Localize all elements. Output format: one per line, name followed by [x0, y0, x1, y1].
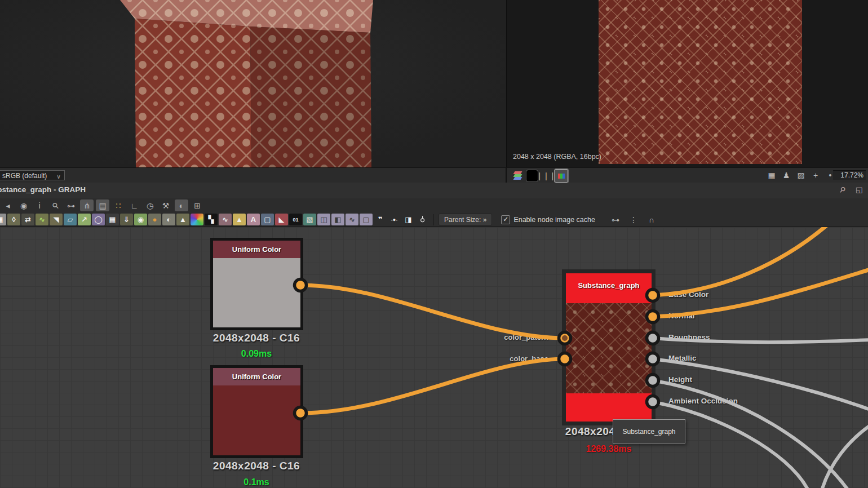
pin-icon[interactable]: ⚲	[416, 214, 429, 225]
node-compute-time: 1269.38ms	[547, 444, 671, 454]
warp-node-icon[interactable]: ◥	[50, 214, 63, 225]
history-back-icon[interactable]: ◂	[1, 199, 15, 211]
svg-select-node-icon[interactable]: ▢	[261, 214, 274, 225]
channel-layers-icon[interactable]	[512, 170, 524, 182]
information-icon[interactable]: i	[33, 199, 46, 211]
node-palette-icons: ▦◊⇄∿◥▱↗◯▦⇓◉●◐▲▚∿▲A▢◣01▧◫◧∿▢❞-●-◨⚲	[0, 214, 429, 225]
slope-blur-node-icon[interactable]: ↗	[78, 214, 91, 225]
wrench-tools-icon[interactable]: ⚒	[159, 199, 172, 211]
node-title: Uniform Color	[213, 241, 300, 258]
tooltip: Substance_graph	[613, 419, 685, 443]
toolbar-separator	[433, 214, 434, 225]
shape-node-icon[interactable]: ◯	[92, 214, 105, 225]
panel-divider	[506, 168, 507, 183]
tile-sampler-node-icon[interactable]: ▦	[106, 214, 119, 225]
grayscale-node-icon[interactable]: ◐	[162, 214, 175, 225]
graph-panel-title: Substance_graph - GRAPH	[0, 185, 86, 194]
parent-size-button[interactable]: Parent Size: »	[439, 214, 492, 225]
dot-link-icon[interactable]: -●-	[388, 214, 401, 225]
layer-diamond	[513, 177, 522, 180]
link-display-icon[interactable]: ⊶	[64, 199, 78, 211]
zoom-percentage-field[interactable]: 17.72%	[833, 170, 866, 180]
node-title: Substance_graph	[566, 277, 652, 294]
rgb-preview	[558, 174, 565, 179]
colorspace-dropdown[interactable]: sRGB (default) ∨	[0, 170, 65, 180]
blend-node-icon[interactable]: ▦	[0, 214, 6, 225]
cache-checkbox-group: ✓ Enable node image cache	[501, 215, 595, 224]
gradient-output-node-icon[interactable]: ◧	[331, 214, 344, 225]
node-title: Uniform Color	[213, 368, 300, 385]
textured-cube	[0, 0, 505, 167]
node-size-label: 2048x2048 - C16	[194, 332, 318, 344]
node-uniform-color-1[interactable]: Uniform Color	[210, 238, 303, 330]
substance-node-texture	[566, 303, 652, 393]
levels-output-node-icon[interactable]: ◫	[317, 214, 330, 225]
symmetry-node-icon[interactable]: ▲	[233, 214, 246, 225]
cache-checkbox-label[interactable]: Enable node image cache	[513, 216, 595, 224]
unplug-icon[interactable]: ⊶	[609, 214, 622, 225]
node-uniform-color-2[interactable]: Uniform Color	[210, 365, 303, 458]
safe-transform-node-icon[interactable]: ▧	[303, 214, 316, 225]
output-label-normal: Normal	[668, 312, 695, 320]
quantize-node-icon[interactable]: 01	[289, 214, 302, 225]
cache-checkbox[interactable]: ✓	[501, 215, 510, 224]
histogram-node-icon[interactable]: ▲	[176, 214, 189, 225]
dot-node-icon[interactable]: ●	[148, 214, 161, 225]
frame-grid-icon[interactable]: ⊞	[191, 199, 204, 211]
view2d-left-icons: ❘❘❘	[512, 169, 568, 183]
node-graph-canvas[interactable]: Uniform Color 2048x2048 - C16 0.09ms Uni…	[0, 227, 868, 488]
portal-node-icon[interactable]: ◨	[402, 214, 415, 225]
blur-node-icon[interactable]: ◊	[7, 214, 20, 225]
viewport-3d[interactable]	[0, 0, 505, 167]
pin-icon[interactable]: ⚲	[838, 185, 847, 195]
output-label-roughness: Roughness	[668, 333, 710, 341]
wire-extra-corner	[822, 425, 868, 488]
wire-ambient-occlusion-out	[653, 402, 808, 488]
texture-preview-2d[interactable]	[599, 0, 802, 164]
node-column-icon[interactable]: ⋮	[627, 214, 640, 225]
magnifier-icon[interactable]: ⚲	[46, 197, 64, 215]
output-label-base-color: Base Color	[668, 290, 708, 299]
viewport-2d[interactable]: 2048 x 2048 (RGBA, 16bpc)	[506, 0, 868, 167]
tiling-mode-icon[interactable]: ▨	[795, 169, 807, 181]
fill-node-icon[interactable]: ◣	[275, 214, 288, 225]
graph-panel-titlebar: Substance_graph - GRAPH ⚲ ◱	[0, 183, 868, 199]
pan-view-icon[interactable]: +	[809, 169, 822, 181]
node-wires	[0, 227, 868, 488]
curve-node-icon[interactable]: ∿	[36, 214, 48, 225]
camera-snapshot-icon[interactable]: ◉	[17, 199, 30, 211]
graph-misc-icons: ⊶⋮∩	[609, 214, 658, 225]
align-nodes-icon[interactable]: ∷	[112, 199, 125, 211]
view2d-right-icons: ▦♟▨+•	[765, 169, 836, 181]
graph-tree-icon[interactable]: ⋔	[80, 199, 94, 211]
wire-uniform1-to-color-patern	[300, 285, 565, 338]
node-preview-icon[interactable]: ◐	[175, 199, 188, 211]
mannequin-icon[interactable]: ♟	[780, 169, 792, 181]
frame-output-node-icon[interactable]: ▢	[360, 214, 373, 225]
comment-icon[interactable]: ❞	[374, 214, 387, 225]
curve-output-node-icon[interactable]: ∿	[346, 214, 358, 225]
spline-node-icon[interactable]: ∿	[219, 214, 232, 225]
input-label-color-patern: color_patern	[475, 333, 548, 341]
wire-base-color-out	[653, 227, 827, 295]
hsl-wheel-node-icon[interactable]	[191, 214, 203, 225]
snap-magnet-icon[interactable]: ∩	[645, 214, 658, 225]
output-label-metallic: Metallic	[668, 354, 697, 362]
grid-view-icon[interactable]: ▦	[765, 169, 778, 181]
node-compute-time: 0.1ms	[194, 477, 318, 487]
dither-node-icon[interactable]: ▚	[205, 214, 218, 225]
text-node-icon[interactable]: A	[247, 214, 260, 225]
height-blend-node-icon[interactable]: ⇓	[120, 214, 133, 225]
connection-style-icon[interactable]: ∟	[127, 199, 141, 211]
display-color-icon[interactable]	[555, 169, 568, 183]
shuffle-node-icon[interactable]: ⇄	[21, 214, 34, 225]
output-label-height: Height	[668, 375, 692, 384]
position-node-icon[interactable]: ◉	[134, 214, 147, 225]
texture-info-text: 2048 x 2048 (RGBA, 16bpc)	[513, 153, 601, 161]
transform-node-icon[interactable]: ▱	[64, 214, 77, 225]
compute-timer-icon[interactable]: ◷	[143, 199, 157, 211]
node-compute-time: 0.09ms	[194, 349, 318, 359]
tiling-columns-icon[interactable]: ❘❘❘	[540, 170, 552, 182]
float-window-icon[interactable]: ◱	[856, 185, 862, 194]
stack-layers-icon[interactable]: ▤	[96, 199, 109, 211]
